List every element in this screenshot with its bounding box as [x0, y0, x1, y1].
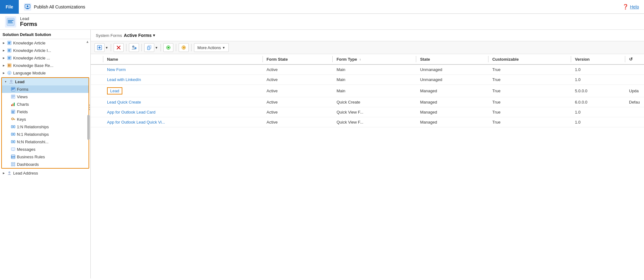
sidebar-item-label: Charts — [17, 102, 29, 107]
form-name-link[interactable]: New Form — [107, 67, 126, 72]
sidebar-item-lead[interactable]: ▼ Lead — [2, 78, 89, 85]
sidebar-item-label: 1:N Relationships — [17, 125, 49, 129]
sidebar-item-lead-views[interactable]: Views — [2, 93, 89, 100]
sidebar-item-label: Knowledge Article — [13, 41, 45, 45]
sidebar-item-lead-1n[interactable]: 1:N Relationships — [2, 123, 89, 130]
sidebar-item-lead-nn[interactable]: N:N Relationshi... — [2, 138, 89, 145]
sidebar-item-label: Lead — [15, 79, 24, 84]
help-label[interactable]: Help — [630, 4, 639, 9]
table-row: Lead Quick Create Active Quick Create Ma… — [91, 97, 644, 107]
sidebar-item-lead-address[interactable]: ▶ Lead Address — [0, 169, 90, 177]
page-icon — [7, 48, 12, 53]
new-btn-arrow[interactable]: ▼ — [105, 46, 108, 49]
table-row: App for Outlook Lead Card Active Quick V… — [91, 107, 644, 117]
header-icon — [5, 16, 16, 28]
row-form-state: Active — [263, 64, 333, 75]
row-version: 5.0.0.0 — [571, 85, 625, 97]
publish-icon — [24, 3, 31, 11]
more-actions-button[interactable]: More Actions ▼ — [194, 43, 229, 52]
sidebar-item-label: Lead Address — [13, 171, 38, 176]
svg-rect-26 — [12, 88, 15, 89]
sidebar-item-lead-n1[interactable]: N:1 Relationships — [2, 130, 89, 138]
svg-rect-77 — [184, 47, 185, 48]
row-customizable: True — [488, 85, 571, 97]
toolbar-separator-5 — [176, 44, 176, 51]
active-forms-label: Active Forms — [124, 33, 152, 38]
toolbar-separator-4 — [161, 44, 161, 51]
sidebar-item-lead-business-rules[interactable]: BR Business Rules — [2, 153, 89, 160]
assign-button[interactable] — [129, 43, 139, 52]
svg-point-60 — [9, 172, 10, 173]
module-icon: L — [7, 70, 12, 75]
form-name-link[interactable]: Lead Quick Create — [107, 100, 141, 104]
tree-arrow: ▶ — [2, 41, 6, 45]
svg-rect-18 — [8, 59, 10, 59]
row-form-type: Quick Create — [333, 97, 416, 107]
row-customizable: True — [488, 64, 571, 75]
table-row: New Form Active Main Unmanaged True 1.0 — [91, 64, 644, 75]
col-customizable[interactable]: Customizable — [488, 54, 571, 64]
col-version[interactable]: Version — [571, 54, 625, 64]
sidebar-item-knowledge-article-2[interactable]: ▶ Knowledge Article I... — [0, 47, 90, 54]
sidebar-item-knowledge-base-re[interactable]: ▶ Knowledge Base Re... — [0, 62, 90, 69]
sidebar-item-label: Business Rules — [17, 155, 45, 159]
row-checkbox — [91, 64, 103, 75]
svg-marker-53 — [13, 150, 14, 151]
row-name: App for Outlook Lead Quick Vi... — [103, 117, 263, 127]
svg-rect-20 — [8, 64, 10, 67]
sidebar-item-language-module[interactable]: ▶ L Language Module — [0, 69, 90, 77]
rel-n1-icon — [11, 132, 16, 137]
sidebar-item-lead-charts[interactable]: Charts — [2, 100, 89, 108]
sidebar-item-lead-messages[interactable]: Messages — [2, 145, 89, 153]
sidebar-item-lead-fields[interactable]: Fields — [2, 108, 89, 115]
svg-rect-31 — [12, 96, 15, 97]
form-name-link[interactable]: App for Outlook Lead Quick Vi... — [107, 120, 165, 125]
forms-bar: System Forms Active Forms ▾ — [91, 30, 644, 41]
svg-rect-46 — [11, 133, 13, 135]
copy-btn-arrow[interactable]: ▼ — [155, 46, 158, 49]
help-area[interactable]: ❓ Help — [617, 4, 644, 10]
sidebar-item-label: Forms — [17, 87, 28, 92]
business-rules-icon: BR — [11, 154, 16, 159]
row-checkbox — [91, 117, 103, 127]
col-form-type[interactable]: Form Type ↑ — [333, 54, 416, 64]
sidebar-item-knowledge-article-3[interactable]: ▶ Knowledge Article ... — [0, 54, 90, 62]
sidebar-item-lead-dashboards[interactable]: Dashboards — [2, 160, 89, 168]
form-name-link[interactable]: App for Outlook Lead Card — [107, 110, 156, 115]
form-name-link[interactable]: Lead with LinkedIn — [107, 77, 141, 82]
svg-rect-14 — [8, 51, 10, 52]
svg-rect-9 — [8, 43, 10, 43]
svg-text:L: L — [9, 72, 10, 74]
delete-button[interactable] — [114, 43, 124, 52]
active-forms-dropdown[interactable]: Active Forms ▾ — [124, 33, 155, 38]
sidebar-item-lead-forms[interactable]: Forms — [2, 85, 89, 93]
svg-point-24 — [10, 80, 12, 82]
sidebar-scrollbar-thumb[interactable] — [87, 115, 90, 140]
row-customizable: True — [488, 75, 571, 85]
row-form-type: Main — [333, 75, 416, 85]
row-state: Managed — [416, 107, 488, 117]
sidebar-item-lead-keys[interactable]: Keys — [2, 115, 89, 123]
sidebar-item-label: N:1 Relationships — [17, 132, 49, 137]
form-name-link[interactable]: Lead — [107, 89, 122, 93]
new-form-button[interactable] — [95, 43, 105, 52]
sidebar-item-knowledge-article-1[interactable]: ▶ Knowledge Article ▲ — [0, 39, 90, 47]
svg-rect-6 — [8, 23, 13, 23]
col-state[interactable]: State — [416, 54, 488, 64]
file-button[interactable]: File — [0, 0, 19, 14]
delete-icon — [116, 45, 121, 50]
deactivate-button[interactable] — [179, 43, 189, 52]
col-name[interactable]: Name — [103, 54, 263, 64]
sidebar-item-label: Language Module — [13, 71, 46, 75]
col-form-state[interactable]: Form State — [263, 54, 333, 64]
svg-rect-38 — [12, 112, 14, 112]
activate-button[interactable] — [163, 43, 173, 52]
deactivate-icon — [181, 45, 186, 50]
row-customizable: True — [488, 117, 571, 127]
keys-icon — [11, 117, 16, 122]
refresh-icon[interactable]: ↺ — [629, 57, 633, 62]
copy-button[interactable] — [144, 43, 154, 52]
svg-text:BR: BR — [11, 155, 15, 158]
svg-rect-41 — [13, 119, 15, 120]
resize-handle[interactable] — [89, 101, 90, 114]
